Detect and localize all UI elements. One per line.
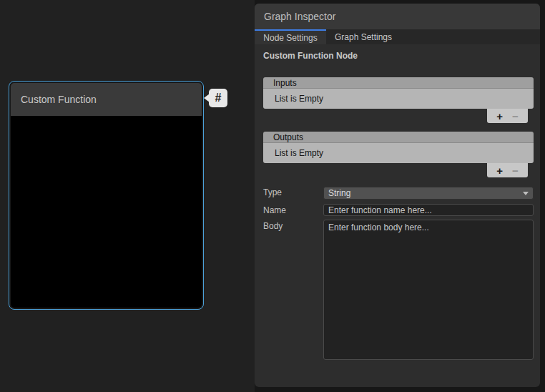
name-label: Name bbox=[263, 204, 323, 215]
tab-graph-settings[interactable]: Graph Settings bbox=[326, 29, 401, 44]
type-label: Type bbox=[263, 186, 323, 197]
inspector-tabbar: Node Settings Graph Settings bbox=[255, 29, 540, 44]
function-body-textarea[interactable] bbox=[323, 220, 534, 360]
inputs-remove-button[interactable]: − bbox=[512, 111, 519, 122]
outputs-list-header: Outputs bbox=[263, 132, 534, 143]
inputs-empty-label: List is Empty bbox=[275, 94, 323, 104]
inspector-titlebar[interactable]: Graph Inspector bbox=[255, 4, 540, 29]
custom-function-node[interactable]: Custom Function bbox=[9, 81, 204, 310]
inputs-list-buttons: + − bbox=[487, 109, 528, 123]
inputs-list-footer: + − bbox=[263, 109, 534, 123]
type-dropdown-value: String bbox=[328, 188, 523, 198]
inputs-list-header-label: Inputs bbox=[273, 78, 297, 88]
type-dropdown[interactable]: String bbox=[323, 187, 534, 200]
hash-icon: # bbox=[215, 92, 222, 104]
inputs-empty-row: List is Empty bbox=[263, 89, 534, 109]
body-row: Body bbox=[263, 220, 534, 360]
inspector-dock: Graph Inspector Node Settings Graph Sett… bbox=[255, 0, 545, 392]
custom-function-node-frame: Custom Function bbox=[11, 83, 202, 308]
node-title: Custom Function bbox=[21, 94, 97, 105]
inspector-content: Custom Function Node Inputs List is Empt… bbox=[255, 44, 540, 387]
outputs-list-header-label: Outputs bbox=[273, 132, 303, 142]
inspector-title: Graph Inspector bbox=[264, 11, 335, 22]
inputs-list: Inputs List is Empty + − bbox=[263, 77, 534, 123]
function-name-input[interactable] bbox=[323, 204, 534, 216]
section-title: Custom Function Node bbox=[263, 51, 534, 61]
tab-node-settings-label: Node Settings bbox=[263, 33, 317, 43]
node-settings-badge[interactable]: # bbox=[209, 89, 227, 107]
graph-inspector-panel: Graph Inspector Node Settings Graph Sett… bbox=[255, 4, 540, 387]
outputs-empty-row: List is Empty bbox=[263, 143, 534, 163]
inputs-list-header: Inputs bbox=[263, 77, 534, 89]
outputs-list: Outputs List is Empty + − bbox=[263, 132, 534, 177]
type-row: Type String bbox=[263, 186, 534, 200]
body-label: Body bbox=[263, 220, 323, 231]
node-body bbox=[11, 116, 202, 308]
outputs-add-button[interactable]: + bbox=[496, 165, 503, 176]
outputs-remove-button[interactable]: − bbox=[512, 165, 519, 176]
outputs-empty-label: List is Empty bbox=[275, 148, 323, 158]
outputs-list-footer: + − bbox=[263, 163, 534, 177]
outputs-list-buttons: + − bbox=[487, 163, 528, 177]
dropdown-arrow-icon bbox=[523, 192, 529, 195]
name-row: Name bbox=[263, 204, 534, 216]
inputs-add-button[interactable]: + bbox=[496, 111, 503, 122]
tab-node-settings[interactable]: Node Settings bbox=[255, 29, 326, 44]
tab-graph-settings-label: Graph Settings bbox=[335, 32, 392, 42]
graph-canvas[interactable]: Custom Function # bbox=[0, 0, 255, 392]
node-header[interactable]: Custom Function bbox=[11, 83, 202, 116]
